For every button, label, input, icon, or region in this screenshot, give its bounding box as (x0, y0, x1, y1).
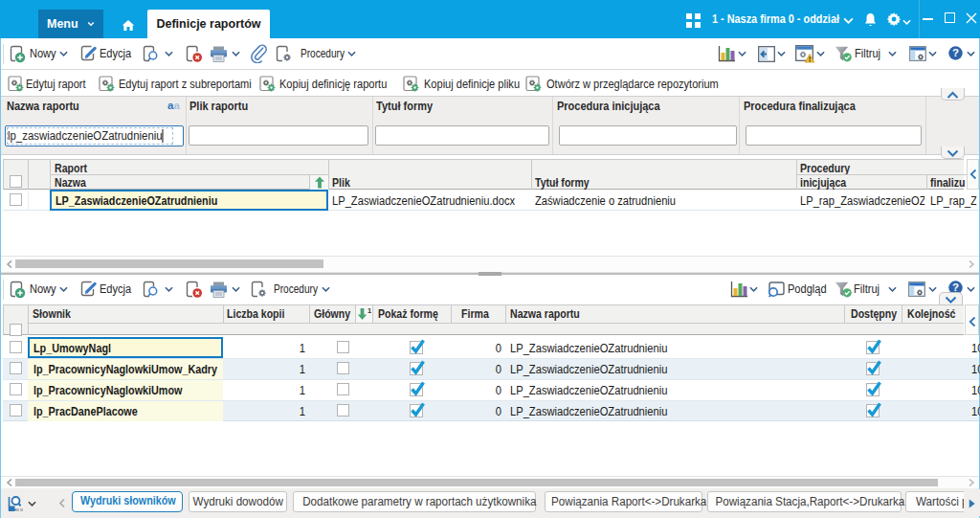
svg-text:?: ? (952, 47, 959, 58)
svg-text:1: 1 (368, 306, 371, 315)
